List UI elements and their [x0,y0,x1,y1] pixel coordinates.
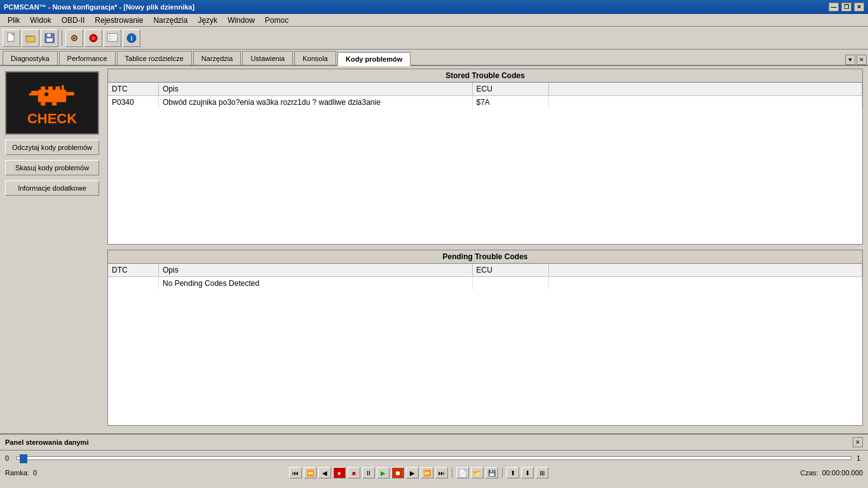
clear-codes-button[interactable]: Skasuj kody problemów [5,160,99,175]
skip-to-start-button[interactable]: ⏮ [289,467,302,478]
more-info-button[interactable]: Informacje dodatkowe [5,180,99,196]
stored-col-ecu: ECU [473,83,549,95]
stored-row-opis: Obwód czujnika po3o?enia wa3ka rozrz1du … [159,96,473,109]
pending-codes-title: Pending Trouble Codes [108,250,862,264]
frame-forward-button[interactable]: ▶ [406,467,419,478]
new-log-button[interactable]: 📄 [456,467,469,478]
skip-to-end-button[interactable]: ⏭ [435,467,448,478]
export-button[interactable]: ⬆ [506,467,519,478]
grid-button[interactable]: ⊞ [536,467,548,478]
pending-row-extra [549,277,863,290]
pending-row-opis: No Pending Codes Detected [159,277,473,290]
svg-point-27 [44,92,49,96]
stored-col-dtc: DTC [108,83,159,95]
pending-col-opis: Opis [159,264,473,276]
stored-row-extra [549,96,863,109]
bottom-panel: Panel sterowania danymi ✕ [0,433,868,450]
new-file-button[interactable] [3,29,20,47]
menu-plik[interactable]: Plik [3,15,25,26]
menu-window[interactable]: Window [222,15,260,26]
tabs-close-button[interactable]: ✕ [857,55,867,65]
toolbar-separator-1 [62,30,62,46]
tabs-bar: Diagnostyka Performance Tablice rozdziel… [0,50,868,66]
slider-max: 1 [857,454,863,462]
slider-thumb[interactable] [20,454,27,463]
menu-obd2[interactable]: OBD-II [57,15,90,26]
save-file-button[interactable] [41,29,58,47]
pending-row-dtc [108,277,159,290]
slider-track[interactable] [17,456,851,460]
play-button[interactable]: ▶ [377,467,390,478]
open-file-button[interactable] [22,29,39,47]
tabs-controls: ▼ ✕ [845,55,867,65]
svg-point-8 [73,37,76,39]
record-button[interactable]: ● [333,467,346,478]
frame-value: 0 [33,469,37,477]
playback-area: 0 1 Ramka: 0 ⏮ ⏪ ◀ ● ■ ⏸ ▶ ⏺ ▶ ⏩ ⏭ 📄 📂 💾 [0,450,868,488]
svg-rect-24 [62,85,64,91]
stop-button[interactable]: ■ [348,467,360,478]
svg-rect-20 [55,86,60,90]
step-back-button[interactable]: ⏪ [304,467,316,478]
record-active-button[interactable]: ⏺ [391,467,404,478]
record-button[interactable] [85,29,102,47]
minimize-button[interactable]: — [829,3,839,11]
pause-button[interactable]: ⏸ [362,467,375,478]
playback-controls: Ramka: 0 ⏮ ⏪ ◀ ● ■ ⏸ ▶ ⏺ ▶ ⏩ ⏭ 📄 📂 💾 ⬆ ⬇… [5,467,863,478]
tab-diagnostyka[interactable]: Diagnostyka [3,51,58,65]
menu-narzedzia[interactable]: Narzędzia [148,15,193,26]
maximize-button[interactable]: ❐ [841,3,851,11]
menu-rejestrowanie[interactable]: Rejestrowanie [90,15,148,26]
close-button[interactable]: ✕ [854,3,864,11]
stored-codes-title: Stored Trouble Codes [108,69,862,83]
stored-row-dtc: P0340 [108,96,159,109]
check-label: CHECK [27,111,77,127]
tab-narzedzia[interactable]: Narzędzia [193,51,241,65]
svg-text:i: i [130,34,132,42]
pending-col-extra [549,264,863,276]
svg-rect-5 [47,34,51,37]
tab-tablice[interactable]: Tablice rozdzielcze [117,51,192,65]
menu-widok[interactable]: Widok [25,15,56,26]
bottom-panel-title: Panel sterowania danymi [5,438,88,446]
frame-label: Ramka: [5,469,29,477]
main-area: CHECK Odczytaj kody problemów Skasuj kod… [0,66,868,433]
slider-row: 0 1 [5,452,863,464]
playback-separator [452,468,452,478]
info-button[interactable]: i [123,29,140,47]
frame-back-button[interactable]: ◀ [318,467,331,478]
table-row: P0340 Obwód czujnika po3o?enia wa3ka roz… [108,96,862,109]
frame-info: Ramka: 0 [5,469,37,477]
view-button[interactable] [104,29,121,47]
tab-performance[interactable]: Performance [59,51,116,65]
time-label: Czas: [801,469,818,477]
svg-rect-3 [26,36,35,42]
tab-ustawienia[interactable]: Ustawienia [242,51,293,65]
step-forward-button[interactable]: ⏩ [421,467,433,478]
stored-codes-body: P0340 Obwód czujnika po3o?enia wa3ka roz… [108,96,862,109]
svg-rect-6 [46,38,53,42]
menu-bar: Plik Widok OBD-II Rejestrowanie Narzędzi… [0,14,868,27]
svg-rect-22 [29,93,32,95]
right-content: Stored Trouble Codes DTC Opis ECU P0340 … [105,66,868,433]
stored-col-extra [549,83,863,95]
read-codes-button[interactable]: Odczytaj kody problemów [5,140,99,155]
menu-jezyk[interactable]: Język [193,15,222,26]
playback-buttons: ⏮ ⏪ ◀ ● ■ ⏸ ▶ ⏺ ▶ ⏩ ⏭ 📄 📂 💾 ⬆ ⬇ ⊞ [289,467,548,478]
save-log-button[interactable]: 💾 [485,467,498,478]
import-button[interactable]: ⬇ [521,467,534,478]
window-controls: — ❐ ✕ [829,3,864,11]
playback-separator-2 [502,468,503,478]
svg-rect-19 [48,86,53,90]
open-log-button[interactable]: 📂 [471,467,484,478]
slider-min: 0 [5,454,11,462]
title-bar: PCMSCAN™ - Nowa konfiguracja* - [Nowy pl… [0,0,868,14]
tabs-dropdown-button[interactable]: ▼ [845,55,855,65]
menu-pomoc[interactable]: Pomoc [260,15,294,26]
tab-kody-problemow[interactable]: Kody problemów [337,52,410,66]
tab-konsola[interactable]: Konsola [294,51,336,65]
bottom-panel-close-button[interactable]: ✕ [853,437,863,447]
pending-col-dtc: DTC [108,264,159,276]
settings-button[interactable] [65,29,83,47]
stored-col-opis: Opis [159,83,473,95]
